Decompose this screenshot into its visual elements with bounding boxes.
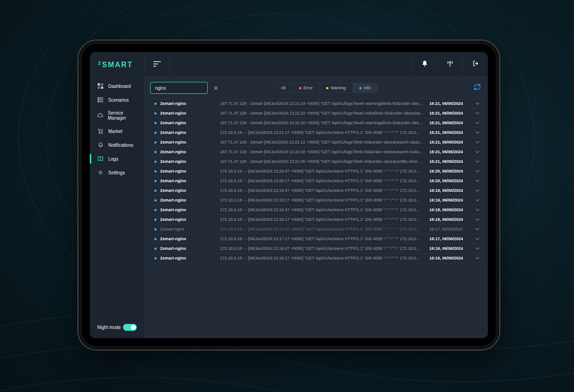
log-service: 2smart-nginx [160, 208, 220, 212]
brand-prefix: 2 [98, 61, 102, 66]
level-label: Error [304, 86, 313, 90]
log-level-dot [151, 248, 160, 250]
expand-row-button[interactable] [473, 121, 481, 125]
log-row[interactable]: 2smart-nginx167.71.47.129 - 2smart [06/J… [147, 157, 485, 167]
log-list[interactable]: 2smart-nginx167.71.47.129 - 2smart [06/J… [145, 99, 488, 338]
refresh-button[interactable] [472, 83, 482, 93]
notifications-button[interactable] [412, 52, 437, 77]
log-service: 2smart-nginx [160, 198, 220, 202]
log-row[interactable]: 2smart-nginx172.18.0.18 - - [06/Jun/2024… [147, 234, 485, 244]
log-message: 172.18.0.18 - - [06/Jun/2024:13:21:17 +0… [220, 130, 429, 135]
log-row[interactable]: 2smart-nginx172.18.0.18 - - [06/Jun/2024… [147, 244, 485, 254]
logout-button[interactable] [463, 52, 488, 77]
log-message: 167.71.47.129 - 2smart [06/Jun/2024:13:2… [220, 150, 429, 154]
log-level-dot [151, 151, 160, 153]
svg-rect-8 [98, 86, 100, 89]
log-level-dot [151, 161, 160, 163]
log-service: 2smart-nginx [160, 169, 220, 173]
bell-icon [97, 142, 104, 148]
level-filter-all[interactable]: All [275, 83, 292, 92]
chevron-down-icon [475, 150, 480, 154]
level-filter-error[interactable]: Error [292, 83, 319, 92]
level-filter-info[interactable]: Info [352, 83, 377, 92]
expand-row-button[interactable] [473, 256, 481, 260]
log-timestamp: 16:20, 06/06/2024 [429, 179, 473, 183]
svg-point-19 [100, 172, 101, 173]
tablet-side-button [77, 133, 78, 137]
log-row[interactable]: 2smart-nginx167.71.47.129 - 2smart [06/J… [147, 99, 485, 109]
svg-point-14 [98, 99, 99, 100]
tablet-side-button [77, 169, 78, 174]
svg-point-13 [98, 98, 99, 98]
night-mode-toggle[interactable] [123, 324, 137, 331]
menu-button[interactable] [145, 52, 170, 77]
svg-point-25 [450, 62, 451, 63]
log-row[interactable]: 2smart-nginx172.18.0.18 - - [06/Jun/2024… [147, 205, 485, 215]
svg-rect-7 [101, 83, 103, 86]
brand-name: SMART [102, 61, 133, 69]
expand-row-button[interactable] [473, 236, 481, 241]
search-input[interactable] [155, 86, 214, 91]
log-timestamp: 16:21, 06/06/2024 [429, 159, 473, 164]
search-field[interactable] [150, 82, 208, 94]
chevron-down-icon [475, 227, 480, 231]
clear-search-button[interactable] [214, 85, 218, 91]
expand-row-button[interactable] [473, 227, 481, 231]
log-row[interactable]: 2smart-nginx172.18.0.18 - - [06/Jun/2024… [147, 167, 485, 176]
expand-row-button[interactable] [473, 179, 481, 183]
log-row[interactable]: 2smart-nginx167.71.47.129 - 2smart [06/J… [147, 118, 485, 128]
sidebar-item-logs[interactable]: Logs [90, 152, 144, 166]
expand-row-button[interactable] [473, 208, 481, 212]
expand-row-button[interactable] [473, 169, 481, 173]
app-screen: 2SMART Dashboard Scenarios Service Manag… [90, 52, 488, 338]
expand-row-button[interactable] [473, 188, 481, 193]
log-timestamp: 16:16, 06/06/2024 [429, 256, 473, 260]
level-label: All [281, 86, 286, 90]
log-row[interactable]: 2smart-nginx172.18.0.18 - - [06/Jun/2024… [147, 254, 485, 263]
expand-row-button[interactable] [473, 150, 481, 154]
sidebar-item-notifications[interactable]: Notifications [90, 138, 144, 152]
sidebar-item-market[interactable]: Market [90, 124, 144, 138]
log-timestamp: 16:21, 06/06/2024 [429, 101, 473, 106]
log-row[interactable]: 2smart-nginx172.18.0.18 - - [06/Jun/2024… [147, 196, 485, 205]
log-row[interactable]: 2smart-nginx172.18.0.18 - - [06/Jun/2024… [147, 176, 485, 186]
log-row[interactable]: 2smart-nginx167.71.47.129 - 2smart [06/J… [147, 147, 485, 157]
chevron-down-icon [475, 140, 480, 144]
sidebar-item-dashboard[interactable]: Dashboard [90, 79, 144, 93]
log-row[interactable]: 2smart-nginx172.18.0.18 - - [06/Jun/2024… [147, 225, 485, 234]
log-timestamp: 16:21, 06/06/2024 [429, 140, 473, 144]
expand-row-button[interactable] [473, 246, 481, 251]
cart-icon [97, 128, 104, 134]
log-row[interactable]: 2smart-nginx167.71.47.129 - 2smart [06/J… [147, 138, 485, 147]
broadcast-button[interactable] [437, 52, 463, 77]
sidebar-item-settings[interactable]: Settings [90, 166, 144, 179]
log-row[interactable]: 2smart-nginx172.18.0.18 - - [06/Jun/2024… [147, 215, 485, 225]
log-row[interactable]: 2smart-nginx172.18.0.18 - - [06/Jun/2024… [147, 128, 485, 138]
level-filter-group: All Error Warning Info [274, 83, 378, 93]
log-level-dot [151, 122, 160, 124]
expand-row-button[interactable] [473, 198, 481, 202]
chevron-down-icon [475, 101, 480, 106]
level-filter-warning[interactable]: Warning [319, 83, 352, 92]
log-message: 172.18.0.18 - - [06/Jun/2024:13:20:17 +0… [220, 179, 429, 183]
sidebar-item-service-manager[interactable]: Service Manager [90, 107, 144, 124]
svg-point-15 [98, 101, 99, 102]
expand-row-button[interactable] [473, 130, 481, 135]
sidebar-item-scenarios[interactable]: Scenarios [90, 93, 144, 107]
expand-row-button[interactable] [473, 217, 481, 222]
bell-icon [422, 60, 428, 69]
log-row[interactable]: 2smart-nginx172.18.0.18 - - [06/Jun/2024… [147, 186, 485, 196]
dot-info-icon [154, 141, 157, 144]
expand-row-button[interactable] [473, 159, 481, 164]
chevron-down-icon [475, 198, 480, 202]
expand-row-button[interactable] [473, 140, 481, 144]
expand-row-button[interactable] [473, 101, 481, 106]
chevron-down-icon [475, 179, 480, 183]
log-message: 172.18.0.18 - - [06/Jun/2024:13:16:47 +0… [220, 246, 429, 251]
log-service: 2smart-nginx [160, 179, 220, 183]
log-row[interactable]: 2smart-nginx167.71.47.129 - 2smart [06/J… [147, 109, 485, 118]
tablet-side-button [77, 202, 78, 207]
log-message: 172.18.0.18 - - [06/Jun/2024:13:18:17 +0… [220, 217, 429, 222]
expand-row-button[interactable] [473, 111, 481, 115]
log-message: 172.18.0.18 - - [06/Jun/2024:13:17:47 +0… [220, 227, 429, 231]
